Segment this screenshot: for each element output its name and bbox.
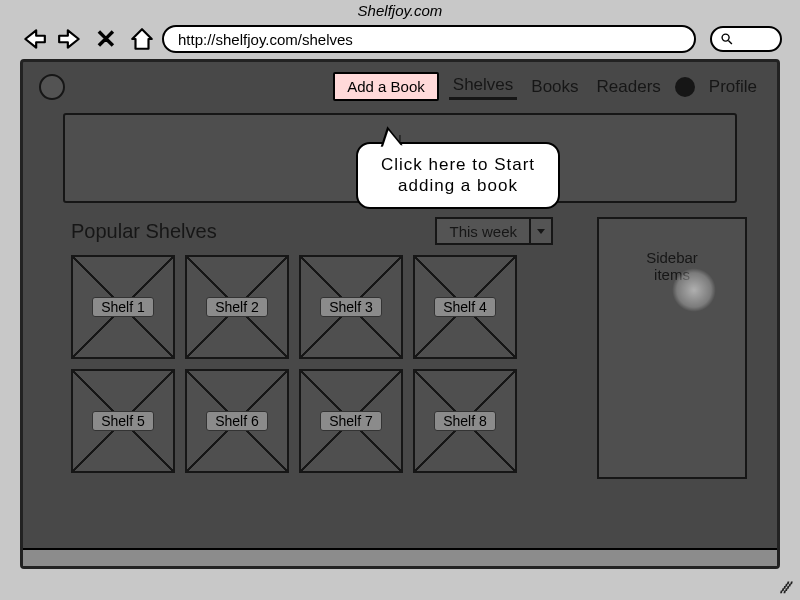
nav-shelves[interactable]: Shelves xyxy=(449,73,517,100)
shelf-label: Shelf 3 xyxy=(320,297,382,317)
back-button[interactable] xyxy=(18,25,50,53)
logo-icon[interactable] xyxy=(39,74,65,100)
avatar-icon[interactable] xyxy=(675,77,695,97)
site-header: Add a Book Shelves Books Readers Profile xyxy=(23,62,777,107)
shelf-card[interactable]: Shelf 7 xyxy=(299,369,403,473)
status-bar xyxy=(23,548,777,566)
nav-profile[interactable]: Profile xyxy=(705,75,761,99)
shelf-card[interactable]: Shelf 4 xyxy=(413,255,517,359)
shelf-label: Shelf 8 xyxy=(434,411,496,431)
shelf-card[interactable]: Shelf 6 xyxy=(185,369,289,473)
shelf-card[interactable]: Shelf 3 xyxy=(299,255,403,359)
nav-readers[interactable]: Readers xyxy=(593,75,665,99)
shelf-label: Shelf 6 xyxy=(206,411,268,431)
section-title: Popular Shelves xyxy=(71,220,217,243)
resize-grip-icon[interactable]: ⫽ xyxy=(776,577,794,598)
stop-button[interactable]: ✕ xyxy=(90,25,122,53)
shelf-label: Shelf 2 xyxy=(206,297,268,317)
sidebar-panel: Sidebar items xyxy=(597,217,747,479)
search-box[interactable] xyxy=(710,26,782,52)
home-button[interactable] xyxy=(126,25,158,53)
shelf-card[interactable]: Shelf 5 xyxy=(71,369,175,473)
shelf-card[interactable]: Shelf 8 xyxy=(413,369,517,473)
dropdown-selected: This week xyxy=(437,223,529,240)
svg-point-0 xyxy=(722,34,729,41)
shelf-card[interactable]: Shelf 2 xyxy=(185,255,289,359)
chevron-down-icon xyxy=(529,219,551,243)
url-input[interactable]: http://shelfjoy.com/shelves xyxy=(162,25,696,53)
browser-toolbar: ✕ http://shelfjoy.com/shelves xyxy=(10,21,790,57)
shelf-label: Shelf 4 xyxy=(434,297,496,317)
shelf-label: Shelf 7 xyxy=(320,411,382,431)
shelves-grid: Shelf 1 Shelf 2 Shelf 3 Shelf 4 Shelf 5 … xyxy=(71,255,579,473)
nav-books[interactable]: Books xyxy=(527,75,582,99)
shelf-label: Shelf 1 xyxy=(92,297,154,317)
sidebar-label: Sidebar items xyxy=(646,249,698,283)
forward-button[interactable] xyxy=(54,25,86,53)
svg-line-1 xyxy=(728,40,732,44)
search-icon xyxy=(720,32,734,46)
shelf-card[interactable]: Shelf 1 xyxy=(71,255,175,359)
window-title: Shelfjoy.com xyxy=(10,0,790,21)
add-book-button[interactable]: Add a Book xyxy=(333,72,439,101)
shelf-label: Shelf 5 xyxy=(92,411,154,431)
time-filter-dropdown[interactable]: This week xyxy=(435,217,553,245)
onboarding-tooltip: Click here to Start adding a book xyxy=(356,142,560,209)
